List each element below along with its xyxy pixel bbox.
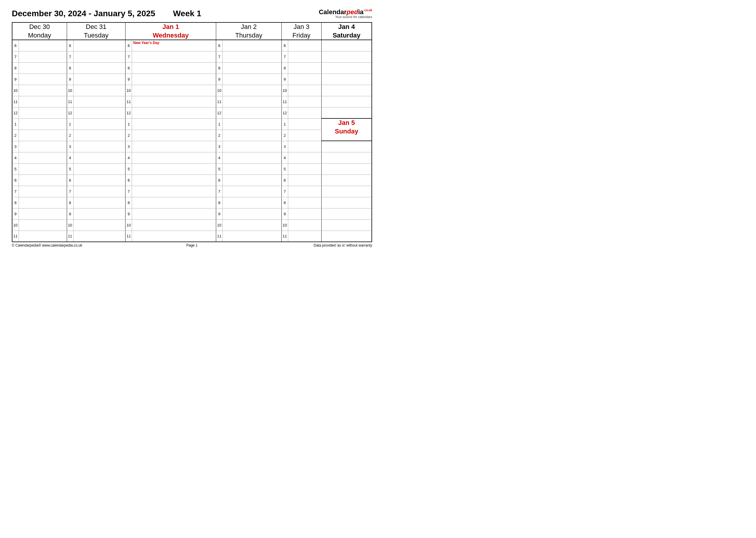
hour-slot — [73, 107, 126, 118]
hour-slot — [132, 85, 216, 96]
hour-slot — [19, 62, 67, 74]
hour-label: 9 — [282, 74, 288, 85]
hour-label: 11 — [12, 96, 19, 107]
day-weekday: Tuesday — [67, 31, 126, 40]
day-date: Jan 5 — [322, 119, 371, 127]
hour-label: 4 — [282, 152, 288, 163]
saturday-slot — [321, 85, 372, 96]
hour-slot — [73, 85, 126, 96]
footer-disclaimer: Data provided 'as is' without warranty — [252, 243, 372, 247]
hour-label: 11 — [216, 96, 223, 107]
hour-slot — [73, 118, 126, 130]
hour-label: 11 — [126, 231, 132, 242]
hour-slot — [288, 231, 321, 242]
hour-label: 9 — [216, 74, 223, 85]
hour-slot — [132, 130, 216, 141]
hour-label: 11 — [12, 231, 19, 242]
hour-label: 11 — [282, 96, 288, 107]
hour-slot — [288, 107, 321, 118]
day-header: Jan 1Wednesday — [126, 23, 216, 40]
hour-slot — [73, 231, 126, 242]
hour-label: 8 — [12, 62, 19, 74]
hour-label: 5 — [216, 163, 223, 175]
hour-label: 6 — [282, 40, 288, 51]
hour-slot — [132, 74, 216, 85]
hour-label: 9 — [126, 74, 132, 85]
day-weekday: Friday — [282, 31, 321, 40]
hour-slot — [73, 197, 126, 208]
hour-label: 9 — [282, 208, 288, 219]
sunday-slot — [321, 152, 372, 163]
hour-label: 10 — [282, 219, 288, 231]
hour-label: 9 — [216, 208, 223, 219]
hour-slot — [19, 107, 67, 118]
day-header: Dec 31Tuesday — [67, 23, 126, 40]
hour-label: 4 — [67, 152, 73, 163]
day-date: Jan 2 — [216, 23, 282, 31]
hour-label: 10 — [126, 219, 132, 231]
saturday-slot — [321, 74, 372, 85]
hour-label: 3 — [126, 141, 132, 152]
day-weekday: Thursday — [216, 31, 282, 40]
page-footer: © Calendarpedia® www.calendarpedia.co.uk… — [12, 243, 372, 247]
hour-label: 11 — [67, 96, 73, 107]
hour-label: 5 — [12, 163, 19, 175]
hour-slot — [132, 152, 216, 163]
hour-slot — [288, 40, 321, 51]
hour-label: 8 — [126, 197, 132, 208]
hour-label: 10 — [67, 85, 73, 96]
hour-slot — [223, 186, 282, 197]
holiday-label: New Year's Day — [132, 40, 216, 51]
hour-slot — [73, 130, 126, 141]
hour-label: 8 — [282, 62, 288, 74]
day-header: Jan 2Thursday — [216, 23, 282, 40]
hour-slot — [19, 118, 67, 130]
hour-label: 7 — [12, 186, 19, 197]
hour-label: 12 — [67, 107, 73, 118]
hour-slot — [73, 208, 126, 219]
hour-slot — [132, 208, 216, 219]
hour-label: 1 — [67, 118, 73, 130]
hour-label: 1 — [12, 118, 19, 130]
hour-slot — [73, 163, 126, 175]
hour-slot — [132, 141, 216, 152]
hour-slot — [288, 118, 321, 130]
hour-label: 8 — [67, 197, 73, 208]
week-label: Week 1 — [173, 9, 201, 18]
hour-slot — [73, 74, 126, 85]
date-range: December 30, 2024 - January 5, 2025 — [12, 9, 155, 18]
hour-slot — [19, 186, 67, 197]
saturday-header: Jan 4Saturday — [321, 23, 372, 40]
hour-label: 9 — [67, 74, 73, 85]
hour-slot — [223, 96, 282, 107]
hour-label: 4 — [126, 152, 132, 163]
hour-label: 8 — [216, 62, 223, 74]
hour-slot — [288, 130, 321, 141]
hour-slot — [223, 62, 282, 74]
hour-label: 10 — [282, 85, 288, 96]
hour-label: 1 — [126, 118, 132, 130]
day-date: Jan 1 — [126, 23, 216, 31]
hour-label: 7 — [67, 51, 73, 62]
hour-slot — [19, 231, 67, 242]
hour-slot — [132, 186, 216, 197]
hour-label: 6 — [216, 175, 223, 186]
hour-label: 7 — [12, 51, 19, 62]
hour-slot — [19, 152, 67, 163]
hour-slot — [73, 175, 126, 186]
day-weekday: Wednesday — [126, 31, 216, 40]
hour-slot — [288, 197, 321, 208]
hour-label: 12 — [126, 107, 132, 118]
day-weekday: Sunday — [322, 127, 371, 136]
hour-slot — [19, 163, 67, 175]
hour-label: 6 — [12, 40, 19, 51]
hour-label: 12 — [282, 107, 288, 118]
hour-slot — [132, 231, 216, 242]
day-weekday: Saturday — [322, 31, 371, 40]
hour-slot — [223, 197, 282, 208]
hour-label: 11 — [216, 231, 223, 242]
hour-label: 1 — [216, 118, 223, 130]
hour-slot — [19, 141, 67, 152]
day-date: Dec 31 — [67, 23, 126, 31]
hour-slot — [19, 219, 67, 231]
